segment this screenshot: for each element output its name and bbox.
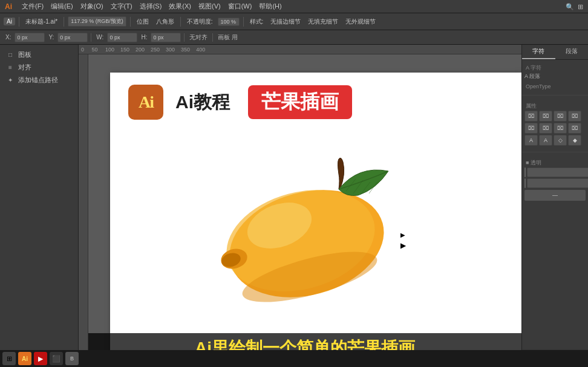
- swatch-1[interactable]: [524, 167, 526, 177]
- align-icon: ≡: [6, 63, 15, 72]
- props-btn-3[interactable]: ⌧: [554, 111, 567, 122]
- menu-view[interactable]: 视图(V): [198, 2, 221, 11]
- h-label: H:: [139, 34, 149, 41]
- tab-character[interactable]: 字符: [522, 45, 555, 59]
- props-row-1: ⌧ ⌧ ⌧ ⌧: [524, 111, 586, 122]
- cursor-icon: ▶: [400, 241, 406, 250]
- right-panel: 字符 段落 A 字符 A 段落 OpenType 属性 ⌧ ⌧ ⌧ ⌧ ⌧ ⌧ …: [521, 45, 588, 363]
- toolbar: Ai 未标题-1.ai* 117.29 % (RGB/预览) 位图 八角形 不透…: [0, 13, 588, 30]
- w-label: W:: [94, 34, 105, 41]
- bitmap-btn[interactable]: 位图: [134, 17, 151, 27]
- char-row-1-label: A 段落: [524, 73, 540, 80]
- panel-item-anchor[interactable]: ✦ 添加锚点路径: [0, 74, 78, 86]
- props-btn-6[interactable]: ⌧: [539, 123, 552, 134]
- h-input[interactable]: [151, 33, 181, 42]
- x-label: X:: [4, 34, 13, 41]
- arrange-icon[interactable]: ⊞: [578, 3, 583, 11]
- menu-window[interactable]: 窗口(W): [228, 2, 252, 11]
- menu-bar: Ai 🔍 ⊞ 文件(F) 编辑(E) 对象(O) 文字(T) 选择(S) 效果(…: [0, 0, 588, 13]
- appearance-input-1[interactable]: [527, 167, 588, 177]
- opacity-label: 不透明度:: [185, 17, 215, 27]
- appearance-row-1: [524, 167, 586, 177]
- menu-select[interactable]: 选择(S): [140, 2, 162, 11]
- props-btn-2[interactable]: ⌧: [539, 111, 552, 122]
- mango-svg: [201, 132, 431, 307]
- props-btn-10[interactable]: A: [539, 135, 552, 146]
- zoom-level[interactable]: 117.29 % (RGB/预览): [68, 16, 126, 27]
- x-input[interactable]: [15, 33, 45, 42]
- app-logo: Ai: [5, 2, 12, 11]
- props-btn-8[interactable]: ⌧: [568, 123, 581, 134]
- props-label: 属性: [524, 100, 586, 111]
- menu-edit[interactable]: 编辑(E): [51, 2, 73, 11]
- opacity-value[interactable]: 100 %: [218, 18, 240, 26]
- props-row-2: ⌧ ⌧ ⌧ ⌧: [524, 123, 586, 134]
- props-btn-5[interactable]: ⌧: [524, 123, 538, 134]
- left-panel: □ 图板 ≡ 对齐 ✦ 添加锚点路径: [0, 45, 79, 363]
- menu-text[interactable]: 文字(T): [111, 2, 132, 11]
- sec-sep-2: [184, 33, 185, 42]
- panel-item-align[interactable]: ≡ 对齐: [0, 61, 78, 74]
- appearance-label: ■ 透明: [524, 157, 586, 167]
- ruler-vertical: [79, 54, 88, 363]
- y-input[interactable]: [57, 33, 88, 42]
- right-panel-tabs: 字符 段落: [522, 45, 588, 60]
- taskbar-icon-1[interactable]: ⊞: [2, 352, 16, 365]
- appearance-input-2[interactable]: [527, 178, 588, 188]
- props-btn-1[interactable]: ⌧: [524, 111, 538, 122]
- panel-item-artboard[interactable]: □ 图板: [0, 48, 78, 61]
- artboard-label: 画板 用: [216, 33, 240, 42]
- opentype-label: OpenType: [524, 82, 586, 90]
- tab-opentype[interactable]: 段落: [555, 45, 589, 59]
- sec-toolbar: X: Y: W: H: 无对齐 画板 用: [0, 30, 588, 45]
- artboard-icon: □: [6, 51, 15, 59]
- no-appearance: 无外观细节: [343, 17, 378, 27]
- props-btn-9[interactable]: A: [524, 135, 538, 146]
- no-stroke: 无描边细节: [268, 17, 303, 27]
- taskbar: ⊞ Ai ▶ ⬛ B: [0, 350, 588, 367]
- taskbar-ai-icon[interactable]: Ai: [18, 352, 31, 365]
- taskbar-icon-5[interactable]: B: [65, 352, 79, 365]
- props-btn-4[interactable]: ⌧: [568, 111, 581, 122]
- taskbar-icon-3[interactable]: ▶: [34, 352, 47, 365]
- w-input[interactable]: [107, 33, 137, 42]
- ruler-h-label: 0 50 100 150 200 250 300 350 400: [81, 47, 205, 53]
- canvas-header: Ai Ai教程 芒果插画: [110, 73, 521, 126]
- main-layout: □ 图板 ≡ 对齐 ✦ 添加锚点路径 0 50 100 150 200 250 …: [0, 45, 588, 363]
- octagon-btn[interactable]: 八角形: [154, 17, 177, 27]
- rp-divider-1: [522, 95, 588, 96]
- taskbar-icon-3-img: ▶: [38, 355, 43, 363]
- canvas-area: 0 50 100 150 200 250 300 350 400 Ai: [79, 45, 521, 363]
- swatch-2[interactable]: [524, 178, 526, 188]
- toolbar-separator-5: [243, 17, 244, 27]
- right-panel-char-section: A 字符 A 段落 OpenType: [522, 60, 588, 93]
- toolbar-separator-1: [19, 17, 19, 27]
- menu-file[interactable]: 文件(F): [22, 2, 44, 11]
- toolbar-separator-3: [130, 17, 131, 27]
- menu-effect[interactable]: 效果(X): [169, 2, 191, 11]
- y-label: Y:: [47, 34, 56, 41]
- panel-item-artboard-label: 图板: [18, 50, 31, 59]
- sec-sep-1: [91, 33, 91, 42]
- props-btn-7[interactable]: ⌧: [554, 123, 567, 134]
- props-btn-12[interactable]: ◆: [568, 135, 581, 146]
- menu-object[interactable]: 对象(O): [80, 2, 103, 11]
- menu-help[interactable]: 帮助(H): [259, 2, 281, 11]
- taskbar-icon-5-img: B: [70, 356, 74, 362]
- right-panel-props: 属性 ⌧ ⌧ ⌧ ⌧ ⌧ ⌧ ⌧ ⌧ A A ◇ ◆: [522, 98, 588, 149]
- mango-area: ▶: [110, 126, 521, 313]
- taskbar-icon-4-img: ⬛: [52, 355, 60, 363]
- cursor-arrow: ▶: [400, 229, 405, 236]
- props-row-3: A A ◇ ◆: [524, 135, 586, 146]
- props-btn-11[interactable]: ◇: [554, 135, 567, 146]
- canvas-scroll-area[interactable]: Ai Ai教程 芒果插画: [88, 54, 521, 363]
- badge-text: 芒果插画: [261, 91, 339, 112]
- search-icon[interactable]: 🔍: [566, 3, 574, 11]
- ai-logo: Ai: [128, 85, 163, 120]
- taskbar-icon-4[interactable]: ⬛: [50, 352, 63, 365]
- right-panel-appearance: ■ 透明 —: [522, 155, 588, 205]
- font-label: A 字符: [524, 62, 586, 73]
- panel-item-align-label: 对齐: [18, 63, 31, 72]
- ruler-horizontal: 0 50 100 150 200 250 300 350 400: [79, 45, 521, 54]
- top-right-icons: 🔍 ⊞: [566, 0, 583, 13]
